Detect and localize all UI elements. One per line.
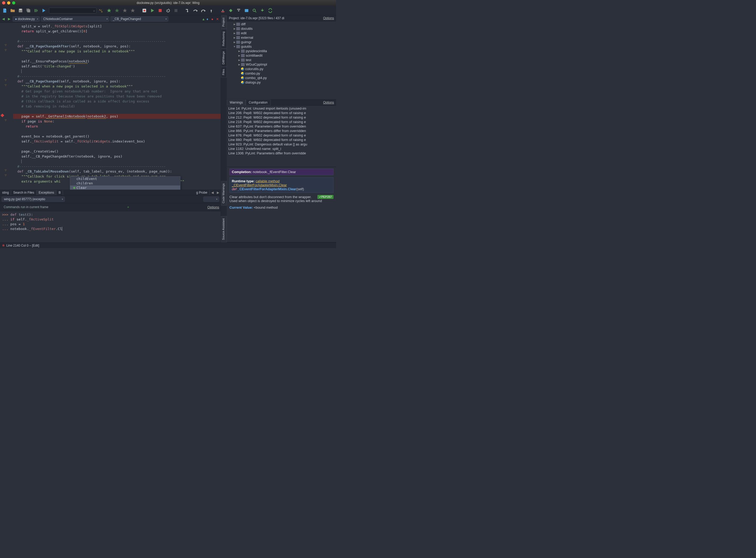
search-icon[interactable]: ⌕ xyxy=(93,9,95,12)
tab-search-in-files[interactable]: Search in Files xyxy=(11,190,36,195)
tree-expand-icon[interactable]: ▼ xyxy=(233,45,236,48)
tab-configuration[interactable]: Configuration xyxy=(246,100,270,105)
tree-row[interactable]: ▶guimgr xyxy=(228,40,335,44)
warning-indicator-icon[interactable]: ▲ xyxy=(202,17,206,21)
debug-stop-button[interactable] xyxy=(157,7,163,14)
debug-shell[interactable]: >>> def test(): ... if self._fActiveSpli… xyxy=(0,211,221,232)
vtab-project[interactable]: Project xyxy=(221,15,227,29)
tree-row[interactable]: ▶WGuiCppImpl xyxy=(228,62,335,67)
find-symbol-button[interactable] xyxy=(251,7,258,14)
warning-row[interactable]: Line 880: Pep8: W602 deprecated form of … xyxy=(228,137,335,142)
warning-row[interactable]: Line 866: PyLint: Parameters differ from… xyxy=(228,129,335,133)
nav-forward-button[interactable]: ▶ xyxy=(7,17,11,21)
debug-run-button[interactable] xyxy=(149,7,155,14)
vtab-code-warnings[interactable]: Code Warnings xyxy=(221,181,227,205)
step-over-button[interactable] xyxy=(192,7,199,14)
autocomplete-item[interactable]: children xyxy=(70,181,180,185)
tree-expand-icon[interactable]: ▶ xyxy=(233,32,236,34)
debug-process-selector[interactable]: wing.py (pid 85777) (exceptio xyxy=(2,197,65,202)
tree-expand-icon[interactable]: ▶ xyxy=(237,50,241,52)
show-console-button[interactable] xyxy=(243,7,250,14)
download-button[interactable] xyxy=(259,7,265,14)
add-watch-button[interactable]: ＋ xyxy=(126,205,130,209)
symbol-selector[interactable]: _CB_PageChanged xyxy=(110,16,168,22)
debug-options-link[interactable]: Options xyxy=(207,205,219,209)
step-into-button[interactable] xyxy=(184,7,191,14)
tree-row[interactable]: combo.py xyxy=(228,71,335,76)
pep-badge[interactable]: ✓PEP287 xyxy=(317,195,334,199)
close-editor-button[interactable]: ✕ xyxy=(216,17,220,21)
bug-icon[interactable]: ❋ xyxy=(2,244,5,247)
autocomplete-popup[interactable]: childEventchildrenClearconnectNotifycust… xyxy=(70,176,180,190)
tree-expand-icon[interactable]: ▶ xyxy=(233,23,236,26)
warning-row[interactable]: Line 218: Pep8: W602 deprecated form of … xyxy=(228,120,335,124)
new-file-button[interactable] xyxy=(2,7,8,14)
frame-down-button[interactable] xyxy=(235,7,242,14)
warning-row[interactable]: Line 1182: Undefined name: split_i xyxy=(228,147,335,151)
vcs-status-icon[interactable]: ♦ xyxy=(207,17,210,21)
tab-debug-probe[interactable]: g Probe xyxy=(194,190,210,195)
tree-row[interactable]: ▶test xyxy=(228,58,335,62)
save-all-button[interactable] xyxy=(25,7,32,14)
tab-warnings[interactable]: Warnings xyxy=(227,100,246,105)
tree-expand-icon[interactable]: ▶ xyxy=(233,36,236,39)
autocomplete-item[interactable]: childEvent xyxy=(70,177,180,181)
tab-testing[interactable]: sting xyxy=(0,190,11,195)
warning-row[interactable]: Line 923: PyLint: Dangerous default valu… xyxy=(228,142,335,147)
tree-expand-icon[interactable]: ▶ xyxy=(237,59,241,61)
tab-scroll-right-button[interactable]: ▶ xyxy=(215,190,221,195)
tree-row[interactable]: ▶scintillaedit xyxy=(228,53,335,58)
tree-expand-icon[interactable]: ▶ xyxy=(233,27,236,30)
warnings-list[interactable]: Line 14: PyLint: Unused import itertools… xyxy=(227,106,336,156)
sync-button[interactable] xyxy=(267,7,273,14)
goto-button[interactable] xyxy=(41,7,47,14)
tree-expand-icon[interactable]: ▶ xyxy=(237,54,241,57)
tree-expand-icon[interactable]: ▶ xyxy=(237,63,241,66)
debug-pause-button[interactable] xyxy=(173,7,179,14)
quick-search-box[interactable]: ⌕ xyxy=(49,8,97,14)
vtab-refactoring[interactable]: Refactoring xyxy=(221,29,227,49)
find-replace-button[interactable]: AB xyxy=(98,7,104,14)
warnings-options-link[interactable]: Options xyxy=(323,101,334,104)
step-out-button[interactable] xyxy=(208,7,214,14)
bookmark-next-button[interactable] xyxy=(130,7,136,14)
tree-row[interactable]: combo_qt4.py xyxy=(228,76,335,80)
warning-row[interactable]: Line 637: PyLint: Parameters differ from… xyxy=(228,124,335,129)
tree-row[interactable]: dialogs.py xyxy=(228,80,335,84)
bookmark-prev-button[interactable] xyxy=(114,7,120,14)
modified-indicator-icon[interactable]: ● xyxy=(211,17,215,21)
tab-scroll-left-button[interactable]: ◀ xyxy=(210,190,215,195)
frame-current-button[interactable] xyxy=(228,7,234,14)
debug-filter-selector[interactable] xyxy=(203,197,219,202)
warning-row[interactable]: Line 212: Pep8: W602 deprecated form of … xyxy=(228,115,335,120)
file-selector[interactable]: ● dockview.py xyxy=(12,16,40,22)
warning-row[interactable]: Line 14: PyLint: Unused import itertools… xyxy=(228,106,335,111)
nav-back-button[interactable]: ◀ xyxy=(1,17,6,21)
project-tree[interactable]: ▶diff▶docutils▶edit▶external▶guimgr▼guiu… xyxy=(227,21,336,85)
warning-row[interactable]: Line 876: Pep8: W602 deprecated form of … xyxy=(228,133,335,137)
debug-restart-button[interactable] xyxy=(165,7,171,14)
tab-exceptions[interactable]: Exceptions xyxy=(36,190,57,195)
open-file-button[interactable] xyxy=(9,7,16,14)
save-button[interactable] xyxy=(17,7,24,14)
class-selector[interactable]: CNotebookContainer xyxy=(41,16,109,22)
tree-expand-icon[interactable]: ▶ xyxy=(233,41,236,44)
tree-row[interactable]: ▼guiutils xyxy=(228,44,335,49)
warning-row[interactable]: Line 1306: PyLint: Parameters differ fro… xyxy=(228,151,335,155)
project-options-link[interactable]: Options xyxy=(323,16,334,20)
frame-up-button[interactable] xyxy=(220,7,226,14)
indentation-button[interactable] xyxy=(33,7,40,14)
code-editor[interactable]: ▽ ▽ ▽ ▽ ▽ ▽ ▽ split_w = self._fGtkSplitW… xyxy=(0,23,221,190)
tree-row[interactable]: colorutils.py xyxy=(228,67,335,71)
tree-row[interactable]: ▶docutils xyxy=(228,26,335,31)
step-over-statement-button[interactable] xyxy=(200,7,207,14)
bookmark-set-button[interactable] xyxy=(106,7,112,14)
bookmark-clear-button[interactable] xyxy=(122,7,128,14)
autocomplete-item[interactable]: Clear xyxy=(70,185,180,190)
breakpoint-button[interactable] xyxy=(141,7,148,14)
vtab-source-assistant[interactable]: Source Assistant xyxy=(221,216,227,243)
tree-row[interactable]: ▶pysidescintilla xyxy=(228,49,335,53)
warning-row[interactable]: Line 206: Pep8: W602 deprecated form of … xyxy=(228,111,335,115)
tree-row[interactable]: ▶diff xyxy=(228,22,335,26)
vtab-files[interactable]: Files xyxy=(221,67,227,77)
